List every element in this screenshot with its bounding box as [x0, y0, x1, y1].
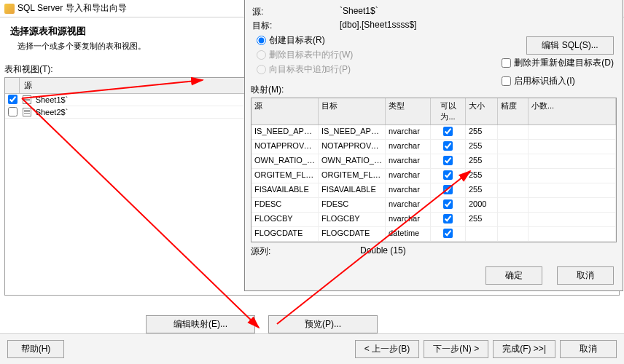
map-dec — [529, 198, 616, 212]
mapping-row[interactable]: FDESC FDESC nvarchar 2000 — [251, 198, 616, 213]
map-prec — [498, 198, 529, 212]
sheet-icon — [23, 95, 31, 104]
map-dec — [529, 213, 616, 226]
map-tgt: FDESC — [319, 198, 386, 212]
map-tgt: ORGITEM_FLAG — [319, 169, 386, 183]
cancel-button[interactable]: 取消 — [560, 340, 617, 358]
mapping-row[interactable]: OWN_RATIO_NOTAP... OWN_RATIO_NOTAP... nv… — [251, 154, 616, 169]
mg-col-dec[interactable]: 小数... — [529, 98, 616, 124]
map-size: 255 — [466, 154, 498, 168]
window-title: SQL Server 导入和导出向导 — [17, 2, 127, 15]
map-size — [466, 227, 498, 241]
preview-button[interactable]: 预览(P)... — [268, 315, 378, 333]
map-dec — [529, 183, 616, 197]
mg-col-null[interactable]: 可以为... — [431, 98, 466, 124]
map-src: ORGITEM_FLAG — [251, 169, 319, 183]
map-src: FLOGCBY — [251, 213, 319, 226]
map-nullable-checkbox[interactable] — [443, 127, 453, 136]
map-tgt: OWN_RATIO_NOTAP... — [319, 154, 386, 168]
map-type: nvarchar — [386, 140, 431, 154]
help-button[interactable]: 帮助(H) — [7, 340, 64, 358]
map-tgt: IS_NEED_APPROVAL — [319, 125, 386, 139]
map-type: nvarchar — [386, 125, 431, 139]
dlg-target-label: 目标: — [252, 20, 340, 32]
mapping-row[interactable]: FLOGCBY FLOGCBY nvarchar 255 — [251, 213, 616, 227]
edit-mapping-button[interactable]: 编辑映射(E)... — [146, 315, 255, 333]
mg-col-size[interactable]: 大小 — [466, 98, 498, 124]
mg-col-src[interactable]: 源 — [251, 98, 319, 124]
map-size: 255 — [466, 140, 498, 154]
map-prec — [498, 227, 529, 241]
mg-col-tgt[interactable]: 目标 — [319, 98, 386, 124]
row-source: `Sheet1$` — [33, 95, 68, 104]
next-button[interactable]: 下一步(N) > — [424, 340, 488, 358]
srccol-value: Double (15) — [360, 245, 406, 258]
row-source: `Sheet2$` — [33, 108, 68, 116]
map-prec — [498, 213, 529, 226]
map-type: nvarchar — [386, 169, 431, 183]
map-src: FDESC — [251, 198, 319, 212]
map-size: 255 — [466, 125, 498, 139]
map-type: nvarchar — [386, 154, 431, 168]
map-nullable-checkbox[interactable] — [443, 214, 453, 223]
map-tgt: FLOGCBY — [319, 213, 386, 226]
map-size: 255 — [466, 169, 498, 183]
map-nullable-checkbox[interactable] — [443, 170, 453, 180]
map-src: OWN_RATIO_NOTAP... — [251, 154, 319, 168]
map-prec — [498, 169, 529, 183]
map-src: NOTAPPROVALITEM_ID — [251, 140, 319, 154]
map-nullable-checkbox[interactable] — [443, 141, 453, 151]
map-dec — [529, 140, 616, 154]
map-src: FLOGCDATE — [251, 227, 319, 241]
map-prec — [498, 154, 529, 168]
map-src: FISAVAILABLE — [251, 183, 319, 197]
map-type: nvarchar — [386, 213, 431, 226]
map-type: datetime — [386, 227, 431, 241]
mapping-row[interactable]: ORGITEM_FLAG ORGITEM_FLAG nvarchar 255 — [251, 169, 616, 183]
sheet-icon — [23, 108, 31, 116]
mapping-row[interactable]: NOTAPPROVALITEM_ID NOTAPPROVALITEM_ID nv… — [251, 140, 616, 154]
dlg-target-value: [dbo].[Sheet1ssss$] — [340, 20, 416, 32]
column-mappings-dialog: 源:`Sheet1$` 目标:[dbo].[Sheet1ssss$] 创建目标表… — [244, 0, 623, 291]
mg-col-type[interactable]: 类型 — [386, 98, 431, 124]
row-checkbox[interactable] — [8, 95, 17, 104]
mapping-grid[interactable]: 源 目标 类型 可以为... 大小 精度 小数... IS_NEED_APPRO… — [251, 98, 617, 242]
map-dec — [529, 125, 616, 139]
map-prec — [498, 140, 529, 154]
app-icon — [4, 4, 15, 14]
prev-button[interactable]: < 上一步(B) — [355, 340, 419, 358]
map-tgt: FISAVAILABLE — [319, 183, 386, 197]
map-dec — [529, 227, 616, 241]
mapping-row[interactable]: FISAVAILABLE FISAVAILABLE nvarchar 255 — [251, 183, 616, 198]
dlg-ok-button[interactable]: 确定 — [485, 266, 542, 285]
row-checkbox[interactable] — [8, 107, 17, 116]
map-size: 2000 — [466, 198, 498, 212]
edit-sql-button[interactable]: 编辑 SQL(S)... — [526, 36, 614, 55]
map-nullable-checkbox[interactable] — [443, 156, 453, 165]
map-nullable-checkbox[interactable] — [443, 199, 453, 209]
map-src: IS_NEED_APPROVAL — [251, 125, 319, 139]
dlg-cancel-button[interactable]: 取消 — [557, 266, 614, 285]
mapping-row[interactable]: FLOGCDATE FLOGCDATE datetime — [251, 227, 616, 242]
map-prec — [498, 183, 529, 197]
map-dec — [529, 169, 616, 183]
map-prec — [498, 125, 529, 139]
map-nullable-checkbox[interactable] — [443, 229, 453, 238]
map-tgt: FLOGCDATE — [319, 227, 386, 241]
map-type: nvarchar — [386, 198, 431, 212]
dlg-source-value: `Sheet1$` — [340, 6, 378, 18]
map-size: 255 — [466, 183, 498, 197]
finish-button[interactable]: 完成(F) >>| — [493, 340, 555, 358]
chk-drop-recreate[interactable]: 删除并重新创建目标表(D) — [502, 57, 614, 69]
mg-col-prec[interactable]: 精度 — [498, 98, 529, 124]
map-type: nvarchar — [386, 183, 431, 197]
mapping-row[interactable]: IS_NEED_APPROVAL IS_NEED_APPROVAL nvarch… — [251, 125, 616, 140]
srccol-label: 源列: — [251, 245, 360, 258]
chk-identity-insert[interactable]: 启用标识插入(I) — [502, 75, 614, 87]
map-dec — [529, 154, 616, 168]
map-size: 255 — [466, 213, 498, 226]
dlg-source-label: 源: — [252, 6, 340, 18]
map-tgt: NOTAPPROVALITEM_ID — [319, 140, 386, 154]
map-nullable-checkbox[interactable] — [443, 185, 453, 194]
